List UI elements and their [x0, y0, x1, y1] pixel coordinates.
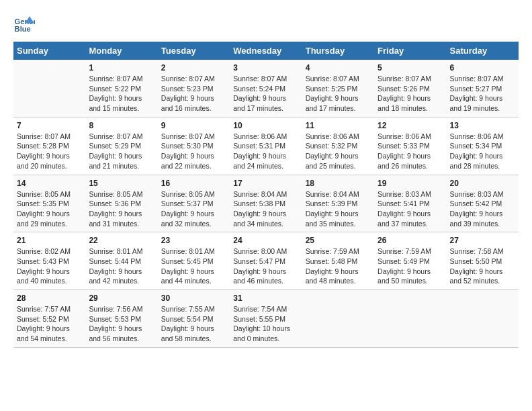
calendar-cell: 19Sunrise: 8:03 AM Sunset: 5:41 PM Dayli… [374, 175, 446, 232]
day-info: Sunrise: 8:07 AM Sunset: 5:28 PM Dayligh… [17, 132, 82, 171]
day-number: 3 [233, 63, 298, 73]
day-number: 6 [450, 63, 515, 73]
calendar-cell: 13Sunrise: 8:06 AM Sunset: 5:34 PM Dayli… [447, 117, 519, 175]
logo: General Blue [13, 13, 38, 35]
calendar-cell: 28Sunrise: 7:57 AM Sunset: 5:52 PM Dayli… [13, 290, 85, 348]
page-header: General Blue [13, 13, 519, 35]
day-number: 1 [89, 63, 154, 73]
calendar-cell: 6Sunrise: 8:07 AM Sunset: 5:27 PM Daylig… [447, 60, 519, 117]
calendar-cell: 31Sunrise: 7:54 AM Sunset: 5:55 PM Dayli… [230, 290, 302, 348]
calendar-cell [374, 290, 446, 348]
calendar-cell: 17Sunrise: 8:04 AM Sunset: 5:38 PM Dayli… [230, 175, 302, 232]
day-of-week-header: Tuesday [158, 42, 230, 60]
day-info: Sunrise: 8:05 AM Sunset: 5:35 PM Dayligh… [17, 189, 82, 229]
day-number: 21 [17, 236, 82, 245]
day-info: Sunrise: 8:07 AM Sunset: 5:25 PM Dayligh… [306, 74, 371, 113]
logo-icon: General Blue [13, 13, 35, 35]
day-number: 11 [306, 121, 371, 130]
day-info: Sunrise: 8:05 AM Sunset: 5:37 PM Dayligh… [161, 189, 226, 229]
calendar-cell [302, 290, 374, 348]
day-number: 30 [161, 293, 226, 303]
calendar-cell: 11Sunrise: 8:06 AM Sunset: 5:32 PM Dayli… [302, 117, 374, 175]
svg-text:Blue: Blue [15, 25, 31, 33]
calendar-cell: 16Sunrise: 8:05 AM Sunset: 5:37 PM Dayli… [158, 175, 230, 232]
day-number: 8 [89, 121, 154, 130]
day-info: Sunrise: 8:04 AM Sunset: 5:39 PM Dayligh… [306, 189, 371, 229]
day-info: Sunrise: 8:04 AM Sunset: 5:38 PM Dayligh… [233, 189, 298, 229]
day-number: 23 [161, 236, 226, 245]
calendar-cell: 4Sunrise: 8:07 AM Sunset: 5:25 PM Daylig… [302, 60, 374, 117]
day-info: Sunrise: 7:59 AM Sunset: 5:48 PM Dayligh… [306, 246, 371, 286]
calendar-week-row: 21Sunrise: 8:02 AM Sunset: 5:43 PM Dayli… [13, 232, 519, 290]
day-info: Sunrise: 7:58 AM Sunset: 5:50 PM Dayligh… [450, 246, 515, 286]
calendar-cell: 22Sunrise: 8:01 AM Sunset: 5:44 PM Dayli… [85, 232, 157, 290]
day-of-week-header: Sunday [13, 42, 85, 60]
calendar-cell: 24Sunrise: 8:00 AM Sunset: 5:47 PM Dayli… [230, 232, 302, 290]
calendar-cell: 7Sunrise: 8:07 AM Sunset: 5:28 PM Daylig… [13, 117, 85, 175]
day-number: 22 [89, 236, 154, 245]
day-info: Sunrise: 8:01 AM Sunset: 5:44 PM Dayligh… [89, 246, 154, 286]
day-of-week-header: Saturday [447, 42, 519, 60]
day-info: Sunrise: 7:57 AM Sunset: 5:52 PM Dayligh… [17, 304, 82, 344]
day-number: 24 [233, 236, 298, 245]
calendar-header-row: SundayMondayTuesdayWednesdayThursdayFrid… [13, 42, 519, 60]
day-info: Sunrise: 8:03 AM Sunset: 5:42 PM Dayligh… [450, 189, 515, 229]
calendar-cell: 8Sunrise: 8:07 AM Sunset: 5:29 PM Daylig… [85, 117, 157, 175]
day-number: 26 [378, 236, 443, 245]
day-info: Sunrise: 8:07 AM Sunset: 5:23 PM Dayligh… [161, 74, 226, 113]
calendar-body: 1Sunrise: 8:07 AM Sunset: 5:22 PM Daylig… [13, 60, 519, 347]
day-number: 14 [17, 179, 82, 188]
day-info: Sunrise: 7:54 AM Sunset: 5:55 PM Dayligh… [233, 304, 298, 344]
day-number: 29 [89, 293, 154, 303]
calendar-cell [13, 60, 85, 117]
day-info: Sunrise: 7:55 AM Sunset: 5:54 PM Dayligh… [161, 304, 226, 344]
day-number: 28 [17, 293, 82, 303]
calendar-cell: 10Sunrise: 8:06 AM Sunset: 5:31 PM Dayli… [230, 117, 302, 175]
day-info: Sunrise: 8:06 AM Sunset: 5:31 PM Dayligh… [233, 132, 298, 171]
calendar-week-row: 28Sunrise: 7:57 AM Sunset: 5:52 PM Dayli… [13, 290, 519, 348]
day-info: Sunrise: 8:06 AM Sunset: 5:34 PM Dayligh… [450, 132, 515, 171]
day-of-week-header: Thursday [302, 42, 374, 60]
day-info: Sunrise: 8:07 AM Sunset: 5:22 PM Dayligh… [89, 74, 154, 113]
calendar-cell: 30Sunrise: 7:55 AM Sunset: 5:54 PM Dayli… [158, 290, 230, 348]
calendar-cell: 2Sunrise: 8:07 AM Sunset: 5:23 PM Daylig… [158, 60, 230, 117]
day-info: Sunrise: 8:07 AM Sunset: 5:29 PM Dayligh… [89, 132, 154, 171]
calendar-cell: 20Sunrise: 8:03 AM Sunset: 5:42 PM Dayli… [447, 175, 519, 232]
day-number: 19 [378, 179, 443, 188]
calendar-cell [447, 290, 519, 348]
calendar-cell: 21Sunrise: 8:02 AM Sunset: 5:43 PM Dayli… [13, 232, 85, 290]
day-number: 16 [161, 179, 226, 188]
day-number: 25 [306, 236, 371, 245]
calendar-week-row: 1Sunrise: 8:07 AM Sunset: 5:22 PM Daylig… [13, 60, 519, 117]
day-number: 7 [17, 121, 82, 130]
day-number: 2 [161, 63, 226, 73]
calendar-cell: 9Sunrise: 8:07 AM Sunset: 5:30 PM Daylig… [158, 117, 230, 175]
calendar-table: SundayMondayTuesdayWednesdayThursdayFrid… [13, 42, 519, 348]
day-info: Sunrise: 7:59 AM Sunset: 5:49 PM Dayligh… [378, 246, 443, 286]
day-number: 10 [233, 121, 298, 130]
day-number: 4 [306, 63, 371, 73]
day-number: 13 [450, 121, 515, 130]
day-info: Sunrise: 8:07 AM Sunset: 5:30 PM Dayligh… [161, 132, 226, 171]
day-info: Sunrise: 8:02 AM Sunset: 5:43 PM Dayligh… [17, 246, 82, 286]
calendar-cell: 12Sunrise: 8:06 AM Sunset: 5:33 PM Dayli… [374, 117, 446, 175]
day-number: 27 [450, 236, 515, 245]
day-info: Sunrise: 8:07 AM Sunset: 5:24 PM Dayligh… [233, 74, 298, 113]
calendar-cell: 1Sunrise: 8:07 AM Sunset: 5:22 PM Daylig… [85, 60, 157, 117]
day-of-week-header: Friday [374, 42, 446, 60]
calendar-cell: 25Sunrise: 7:59 AM Sunset: 5:48 PM Dayli… [302, 232, 374, 290]
calendar-cell: 26Sunrise: 7:59 AM Sunset: 5:49 PM Dayli… [374, 232, 446, 290]
day-of-week-header: Wednesday [230, 42, 302, 60]
day-number: 17 [233, 179, 298, 188]
day-number: 5 [378, 63, 443, 73]
calendar-cell: 14Sunrise: 8:05 AM Sunset: 5:35 PM Dayli… [13, 175, 85, 232]
day-info: Sunrise: 8:07 AM Sunset: 5:26 PM Dayligh… [378, 74, 443, 113]
calendar-cell: 15Sunrise: 8:05 AM Sunset: 5:36 PM Dayli… [85, 175, 157, 232]
day-info: Sunrise: 8:03 AM Sunset: 5:41 PM Dayligh… [378, 189, 443, 229]
calendar-cell: 23Sunrise: 8:01 AM Sunset: 5:45 PM Dayli… [158, 232, 230, 290]
day-info: Sunrise: 8:07 AM Sunset: 5:27 PM Dayligh… [450, 74, 515, 113]
day-number: 9 [161, 121, 226, 130]
calendar-cell: 5Sunrise: 8:07 AM Sunset: 5:26 PM Daylig… [374, 60, 446, 117]
day-number: 20 [450, 179, 515, 188]
day-info: Sunrise: 8:00 AM Sunset: 5:47 PM Dayligh… [233, 246, 298, 286]
